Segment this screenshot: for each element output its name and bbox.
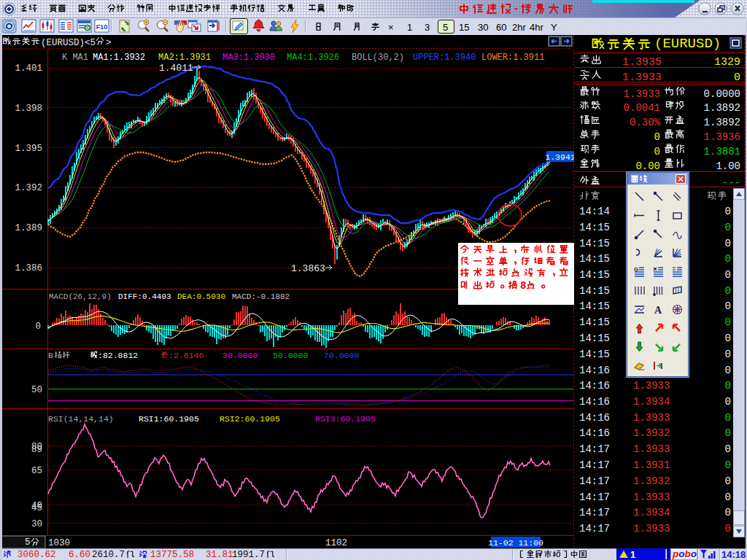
svg-text:1.386: 1.386 xyxy=(15,263,42,273)
svg-text:UPPER:1.3940: UPPER:1.3940 xyxy=(413,52,476,63)
svg-text:A: A xyxy=(654,305,662,316)
svg-text:65: 65 xyxy=(31,466,42,476)
svg-text:(EURUSD)<5: (EURUSD)<5 xyxy=(41,38,96,48)
svg-text:LOWER:1.3911: LOWER:1.3911 xyxy=(481,52,544,63)
svg-text:1.392: 1.392 xyxy=(15,183,42,193)
svg-text:MA1:1.3932: MA1:1.3932 xyxy=(93,52,145,63)
svg-text:1.401: 1.401 xyxy=(15,63,42,74)
svg-text:1.389: 1.389 xyxy=(15,223,42,233)
svg-text:MACD:-0.1882: MACD:-0.1882 xyxy=(232,292,290,301)
svg-text:1102: 1102 xyxy=(325,538,347,548)
svg-text:MA4:1.3926: MA4:1.3926 xyxy=(287,52,339,63)
svg-text:1.3941: 1.3941 xyxy=(545,152,576,162)
svg-text:1.395: 1.395 xyxy=(15,144,42,154)
svg-text:0: 0 xyxy=(35,322,41,332)
svg-text:MACD(26,12,9): MACD(26,12,9) xyxy=(49,292,112,301)
svg-text:89: 89 xyxy=(31,445,42,455)
svg-text:DEA:0.5030: DEA:0.5030 xyxy=(177,292,225,301)
svg-text:MA3:1.3930: MA3:1.3930 xyxy=(222,52,275,63)
svg-text:1030: 1030 xyxy=(48,538,70,548)
svg-text:1.398: 1.398 xyxy=(15,104,42,114)
svg-text:MA2:1.3931: MA2:1.3931 xyxy=(158,52,211,63)
svg-text:45: 45 xyxy=(31,503,42,513)
svg-text:K MA1: K MA1 xyxy=(62,52,88,63)
svg-text:>: > xyxy=(106,38,112,48)
svg-text:RSI(14,14,14): RSI(14,14,14) xyxy=(48,414,114,424)
svg-text:DIFF:0.4403: DIFF:0.4403 xyxy=(118,292,171,301)
svg-text:RSI3:60.1905: RSI3:60.1905 xyxy=(315,414,376,424)
svg-text:11-02 11:00: 11-02 11:00 xyxy=(488,538,543,548)
svg-text:BOLL(30,2): BOLL(30,2) xyxy=(352,52,404,63)
svg-text:30: 30 xyxy=(31,519,42,529)
svg-text:RSI1:60.1905: RSI1:60.1905 xyxy=(139,414,199,424)
svg-text:RSI2:60.1905: RSI2:60.1905 xyxy=(220,414,280,424)
svg-text:1.3863: 1.3863 xyxy=(291,263,325,274)
svg-text:1.4011: 1.4011 xyxy=(159,63,193,74)
svg-text:50: 50 xyxy=(31,385,42,395)
